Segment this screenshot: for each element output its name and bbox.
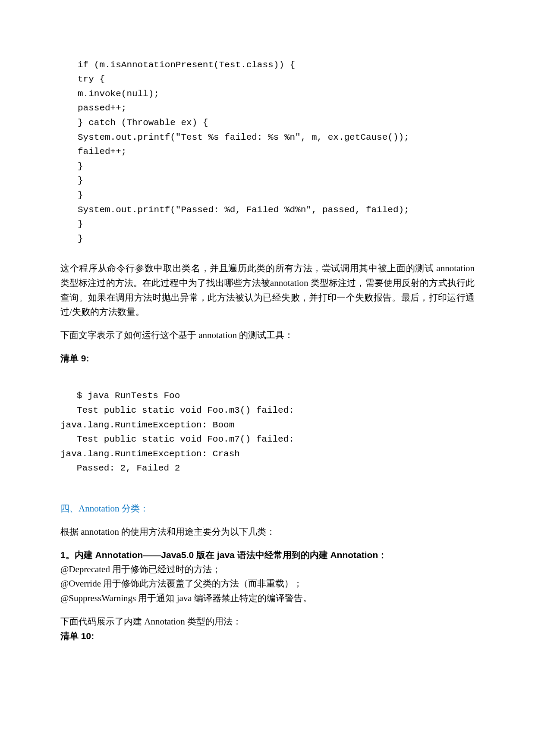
heading-builtin-annotation: 1。内建 Annotation——Java5.0 版在 java 语法中经常用到… [60,548,475,562]
paragraph: 下面代码展示了内建 Annotation 类型的用法： [60,615,475,629]
paragraph: 下面文字表示了如何运行这个基于 annotation 的测试工具： [60,328,475,343]
paragraph-line: @Deprecated 用于修饰已经过时的方法； [60,562,475,577]
code-listing-2: $ java RunTests Foo Test public static v… [60,374,475,476]
code-line: failed++; [78,147,126,157]
code-line: } catch (Throwable ex) { [78,118,208,128]
code-listing-1: if (m.isAnnotationPresent(Test.class)) {… [78,43,475,246]
code-line: try { [78,74,105,84]
code-line: $ java RunTests Foo [60,391,180,401]
code-line: } [78,190,83,200]
code-line: Passed: 2, Failed 2 [60,463,180,473]
code-line: java.lang.RuntimeException: Boom [60,420,234,430]
code-line: } [78,176,83,185]
code-line: } [78,219,83,229]
heading-section-four: 四、Annotation 分类： [60,502,475,516]
code-line: } [78,161,83,171]
code-line: Test public static void Foo.m7() failed: [60,434,294,444]
code-line: System.out.printf("Passed: %d, Failed %d… [78,205,409,215]
code-line: m.invoke(null); [78,89,159,99]
code-line: Test public static void Foo.m3() failed: [60,405,294,415]
code-line: java.lang.RuntimeException: Crash [60,449,240,459]
heading-listing-9: 清单 9: [60,351,475,366]
code-line: System.out.printf("Test %s failed: %s %n… [78,132,409,142]
document-page: if (m.isAnnotationPresent(Test.class)) {… [0,0,535,687]
heading-listing-10: 清单 10: [60,629,475,643]
code-line: passed++; [78,103,126,113]
paragraph-line: @SuppressWarnings 用于通知 java 编译器禁止特定的编译警告… [60,591,475,606]
paragraph: 这个程序从命令行参数中取出类名，并且遍历此类的所有方法，尝试调用其中被上面的测试… [60,261,475,319]
code-line: } [78,234,83,244]
code-line: if (m.isAnnotationPresent(Test.class)) { [78,60,295,70]
paragraph-line: @Override 用于修饰此方法覆盖了父类的方法（而非重载）； [60,577,475,591]
paragraph: 根据 annotation 的使用方法和用途主要分为以下几类： [60,525,475,540]
